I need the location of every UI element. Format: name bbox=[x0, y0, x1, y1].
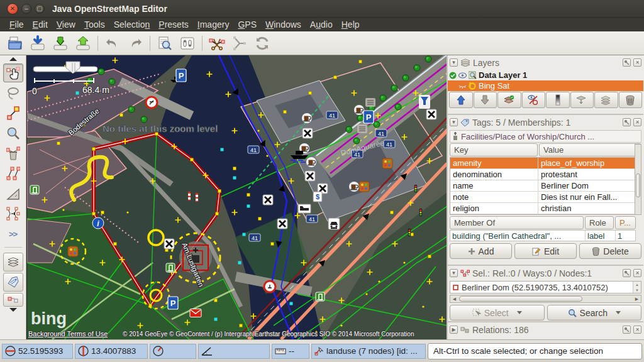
add-tag-button[interactable]: Add bbox=[450, 243, 512, 259]
scrollbar-thumb[interactable] bbox=[459, 296, 582, 302]
select-move-tool[interactable] bbox=[3, 63, 23, 82]
window-minimize-button[interactable]: – bbox=[21, 4, 31, 14]
close-icon[interactable]: ✕ bbox=[633, 326, 641, 334]
pin-icon[interactable] bbox=[623, 58, 631, 67]
relations-panel-toggle[interactable] bbox=[3, 293, 23, 307]
map-view[interactable]: $ i P bbox=[26, 55, 447, 339]
selection-list-item[interactable]: Berliner Dom (52.5190735, 13.4010752) ▲▼ bbox=[450, 281, 641, 293]
role-header[interactable]: Role bbox=[585, 216, 614, 229]
menu-gps[interactable]: GPS bbox=[233, 19, 261, 30]
layers-panel-toggle[interactable] bbox=[3, 253, 23, 272]
parallel-way-tool[interactable] bbox=[3, 164, 23, 183]
heading-icon bbox=[153, 346, 164, 356]
scrollbar-thumb[interactable] bbox=[636, 173, 640, 197]
map-canvas[interactable]: $ i P bbox=[27, 55, 447, 339]
select-button[interactable]: Select bbox=[450, 305, 545, 321]
member-of-header[interactable]: Member Of bbox=[450, 216, 584, 229]
more-tools-button[interactable]: >> bbox=[3, 224, 23, 243]
layer-merge-button[interactable] bbox=[570, 92, 594, 108]
tag-row[interactable]: amenityplace_of_worship bbox=[450, 158, 641, 169]
open-folder-icon bbox=[7, 35, 23, 52]
pin-icon[interactable] bbox=[623, 269, 631, 277]
layer-row-data[interactable]: Data Layer 1 bbox=[448, 70, 643, 80]
draw-node-tool[interactable] bbox=[3, 104, 23, 123]
redo-button[interactable] bbox=[124, 33, 147, 53]
value-column-header[interactable]: Value bbox=[539, 143, 641, 156]
menu-presets[interactable]: Presets bbox=[154, 19, 193, 30]
search-button[interactable] bbox=[153, 33, 176, 53]
membership-row[interactable]: building ("Berlin Cathedral", ... label … bbox=[450, 230, 636, 241]
tag-row[interactable]: religionchristian bbox=[450, 203, 641, 214]
bing-logo: bing bbox=[31, 309, 67, 328]
menu-help[interactable]: Help bbox=[337, 19, 364, 30]
magnifier-icon bbox=[6, 126, 20, 140]
tag-row[interactable]: nameBerliner Dom bbox=[450, 180, 641, 192]
scroll-right-arrow[interactable]: ▶ bbox=[633, 295, 641, 302]
improve-accuracy-tool[interactable] bbox=[3, 204, 23, 223]
lasso-tool[interactable] bbox=[3, 84, 23, 102]
menu-tools[interactable]: Tools bbox=[80, 19, 109, 30]
delete-tool[interactable] bbox=[3, 144, 23, 163]
tag-row[interactable]: denominationprotestant bbox=[450, 169, 641, 180]
terms-of-use-link[interactable]: Background Terms of Use bbox=[28, 330, 108, 337]
traffic-light-icon bbox=[419, 209, 422, 216]
menu-edit[interactable]: Edit bbox=[28, 19, 52, 30]
pin-icon[interactable] bbox=[623, 118, 631, 126]
split-way-button[interactable] bbox=[206, 33, 228, 53]
upload-data-button[interactable] bbox=[72, 33, 94, 53]
zoom-tool[interactable] bbox=[3, 124, 23, 143]
preferences-button[interactable] bbox=[176, 33, 199, 53]
key-column-header[interactable]: Key bbox=[450, 143, 538, 156]
layer-visibility-button[interactable] bbox=[522, 92, 546, 108]
layer-up-button[interactable] bbox=[449, 92, 473, 108]
menu-windows[interactable]: Windows bbox=[261, 19, 306, 30]
layer-opacity-button[interactable] bbox=[546, 92, 570, 108]
update-data-button[interactable] bbox=[251, 33, 274, 53]
collapse-icon[interactable]: ▼ bbox=[450, 118, 458, 126]
edit-tag-button[interactable]: Edit bbox=[514, 243, 577, 259]
delete-tag-button[interactable]: Delete bbox=[579, 243, 641, 259]
tags-vertical-scrollbar[interactable] bbox=[635, 144, 641, 215]
tags-panel-title: Tags: 5 / Memberships: 1 bbox=[472, 118, 620, 128]
tags-panel-toggle[interactable] bbox=[3, 273, 23, 292]
search-button-panel[interactable]: Search bbox=[547, 305, 642, 321]
extrude-tool[interactable] bbox=[3, 184, 23, 203]
svg-text:41: 41 bbox=[309, 216, 315, 222]
toolcol-scroll-up[interactable] bbox=[3, 56, 23, 62]
right-panel-stack: ▼ Layers ✕ Data Layer 1 Bing Sat bbox=[447, 55, 643, 339]
selection-icon bbox=[460, 270, 470, 277]
toolcol-scroll-down[interactable] bbox=[3, 307, 23, 313]
status-help-text: Alt-Ctrl to scale selected; or change se… bbox=[428, 343, 642, 359]
undo-button[interactable] bbox=[101, 33, 124, 53]
menu-file[interactable]: File bbox=[5, 19, 28, 30]
scroll-left-arrow[interactable]: ◀ bbox=[450, 295, 458, 302]
preset-link[interactable]: Facilities/Place of Worship/Church ... bbox=[450, 130, 641, 143]
close-icon[interactable]: ✕ bbox=[633, 118, 641, 126]
pin-icon[interactable] bbox=[623, 326, 631, 334]
barrier-icon bbox=[196, 193, 198, 202]
menu-imagery[interactable]: Imagery bbox=[193, 19, 234, 30]
list-spinner[interactable]: ▲▼ bbox=[633, 282, 641, 293]
collapse-icon[interactable]: ▼ bbox=[450, 58, 458, 67]
layer-delete-button[interactable] bbox=[619, 92, 643, 108]
tag-row[interactable]: noteDies ist nur ein Fall... bbox=[450, 192, 641, 203]
window-maximize-button[interactable]: ▢ bbox=[35, 4, 45, 14]
close-icon[interactable]: ✕ bbox=[633, 58, 641, 67]
open-file-button[interactable] bbox=[4, 33, 26, 53]
download-along-button[interactable] bbox=[26, 33, 49, 53]
menu-audio[interactable]: Audio bbox=[306, 19, 337, 30]
combine-way-button[interactable] bbox=[228, 33, 251, 53]
download-data-button[interactable] bbox=[49, 33, 72, 53]
menu-view[interactable]: View bbox=[52, 19, 80, 30]
collapse-icon[interactable]: ▼ bbox=[450, 269, 458, 277]
window-close-button[interactable]: ✕ bbox=[7, 3, 18, 14]
layer-row-bing[interactable]: Bing Sat bbox=[448, 80, 643, 91]
position-header[interactable]: P... bbox=[615, 216, 636, 229]
expand-icon[interactable]: ▶ bbox=[450, 326, 458, 334]
close-icon[interactable]: ✕ bbox=[633, 269, 641, 277]
layer-duplicate-button[interactable] bbox=[594, 92, 618, 108]
menu-selection[interactable]: Selection bbox=[109, 19, 155, 30]
layer-activate-button[interactable] bbox=[497, 92, 521, 108]
layer-down-button[interactable] bbox=[474, 92, 497, 108]
selection-horizontal-scrollbar[interactable]: ◀ ▶ bbox=[450, 295, 641, 303]
